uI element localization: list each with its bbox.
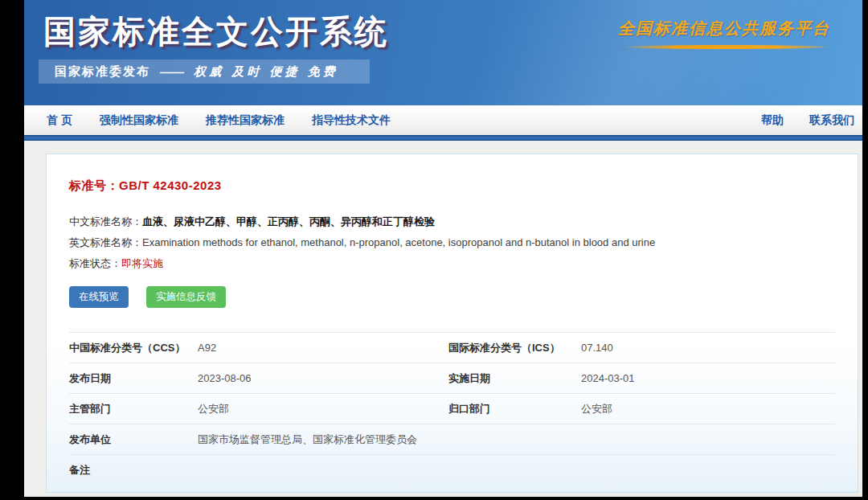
row-value-1: [198, 455, 835, 486]
platform-logo: 全国标准信息公共服务平台: [618, 18, 835, 49]
table-row: 发布日期 2023-08-06 实施日期 2024-03-01: [69, 363, 835, 394]
nav-left: 首 页强制性国家标准推荐性国家标准指导性技术文件: [47, 113, 418, 128]
row-label-1: 中国标准分类号（CCS）: [69, 333, 198, 363]
nav-item-3[interactable]: 指导性技术文件: [312, 113, 391, 128]
row-label-2: 归口部门: [448, 394, 581, 424]
row-value-2: 公安部: [581, 394, 835, 424]
standard-number-line: 标准号：GB/T 42430-2023: [69, 178, 835, 194]
action-buttons: 在线预览 实施信息反馈: [69, 286, 835, 308]
online-preview-button[interactable]: 在线预览: [69, 286, 129, 308]
row-value-1: 2023-08-06: [198, 363, 448, 394]
main-area: 标准号：GB/T 42430-2023 中文标准名称：血液、尿液中乙醇、甲醇、正…: [24, 141, 862, 497]
row-label-1: 发布日期: [69, 363, 198, 394]
implementation-feedback-button[interactable]: 实施信息反馈: [146, 286, 226, 308]
tagline-bar: 国家标准委发布 —— 权威 及时 便捷 免费: [39, 59, 370, 84]
row-value-1: 国家市场监督管理总局、国家标准化管理委员会: [198, 424, 835, 455]
nav-item-2[interactable]: 推荐性国家标准: [206, 113, 285, 128]
nav-item-0[interactable]: 首 页: [47, 113, 72, 128]
nav-right-item-1[interactable]: 联系我们: [809, 113, 854, 128]
main-nav: 首 页强制性国家标准推荐性国家标准指导性技术文件 帮助联系我们: [24, 105, 862, 135]
row-label-1: 主管部门: [69, 394, 198, 424]
row-value-1: A92: [198, 333, 448, 363]
row-value-2: 2024-03-01: [581, 363, 835, 394]
page-frame: 国家标准全文公开系统 国家标准委发布 —— 权威 及时 便捷 免费 全国标准信息…: [24, 0, 862, 497]
table-row: 备注: [69, 455, 835, 486]
nav-right: 帮助联系我们: [735, 113, 854, 128]
en-name-label: 英文标准名称：: [69, 236, 142, 248]
table-row: 中国标准分类号（CCS） A92 国际标准分类号（ICS） 07.140: [69, 333, 835, 363]
table-row: 发布单位 国家市场监督管理总局、国家标准化管理委员会: [69, 424, 835, 455]
row-label-2: 国际标准分类号（ICS）: [448, 333, 581, 363]
site-title: 国家标准全文公开系统: [43, 10, 389, 54]
standard-number-label: 标准号：: [69, 178, 119, 192]
row-label-1: 备注: [69, 455, 198, 486]
details-table-body: 中国标准分类号（CCS） A92 国际标准分类号（ICS） 07.140 发布日…: [69, 333, 835, 486]
cn-name-line: 中文标准名称：血液、尿液中乙醇、甲醇、正丙醇、丙酮、异丙醇和正丁醇检验: [69, 211, 835, 232]
table-row: 主管部门 公安部 归口部门 公安部: [69, 394, 835, 424]
row-value-2: 07.140: [581, 333, 835, 363]
standard-meta: 中文标准名称：血液、尿液中乙醇、甲醇、正丙醇、丙酮、异丙醇和正丁醇检验 英文标准…: [69, 211, 835, 274]
platform-logo-text: 全国标准信息公共服务平台: [618, 18, 835, 39]
status-label: 标准状态：: [69, 257, 121, 269]
status-line: 标准状态：即将实施: [69, 253, 835, 274]
nav-bottom-band: [24, 135, 862, 141]
details-table: 中国标准分类号（CCS） A92 国际标准分类号（ICS） 07.140 发布日…: [69, 332, 835, 486]
en-name-value: Examination methods for ethanol, methano…: [142, 236, 655, 248]
row-label-2: 实施日期: [448, 363, 581, 394]
nav-right-item-0[interactable]: 帮助: [761, 113, 784, 128]
nav-item-1[interactable]: 强制性国家标准: [100, 113, 178, 128]
row-value-1: 公安部: [198, 394, 448, 424]
site-header: 国家标准全文公开系统 国家标准委发布 —— 权威 及时 便捷 免费 全国标准信息…: [24, 0, 862, 105]
row-label-1: 发布单位: [69, 424, 198, 455]
standard-detail-card: 标准号：GB/T 42430-2023 中文标准名称：血液、尿液中乙醇、甲醇、正…: [46, 154, 858, 493]
standard-number-value: GB/T 42430-2023: [119, 178, 222, 192]
status-badge: 即将实施: [121, 257, 163, 269]
en-name-line: 英文标准名称：Examination methods for ethanol, …: [69, 232, 835, 253]
platform-logo-underline: [624, 45, 827, 49]
tagline-dash: ——: [160, 65, 184, 79]
slogan-text: 权威 及时 便捷 免费: [194, 64, 338, 80]
cn-name-label: 中文标准名称：: [69, 215, 142, 227]
publisher-text: 国家标准委发布: [55, 64, 150, 80]
cn-name-value: 血液、尿液中乙醇、甲醇、正丙醇、丙酮、异丙醇和正丁醇检验: [142, 215, 435, 227]
